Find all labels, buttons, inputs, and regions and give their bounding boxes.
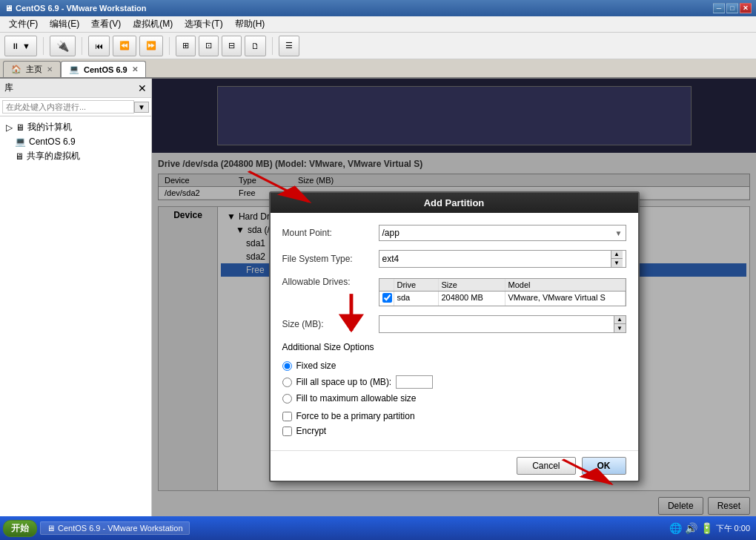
col-drive-header: Drive (394, 279, 439, 291)
menu-vm[interactable]: 虚拟机(M) (127, 16, 179, 32)
toolbar-separator-3 (169, 37, 170, 55)
sidebar-tree: ▷ 🖥 我的计算机 💻 CentOS 6.9 🖥 共享的虚拟机 (0, 116, 151, 540)
tray-power-icon[interactable]: 🔋 (700, 522, 713, 534)
encrypt-label: Encrypt (296, 426, 327, 436)
snapshot-button[interactable]: 🗋 (245, 36, 266, 56)
cancel-button[interactable]: Cancel (517, 457, 575, 475)
vm-display (152, 79, 756, 153)
sidebar-item-shared[interactable]: 🖥 共享的虚拟机 (0, 148, 151, 164)
toolbar: ⏸ ▼ 🔌 ⏮ ⏪ ⏩ ⊞ ⊡ ⊟ 🗋 ☰ (0, 33, 756, 59)
radio-fill-max-label: Fill to maximum allowable size (296, 393, 417, 404)
usb-button[interactable]: 🔌 (50, 36, 76, 56)
minimize-button[interactable]: ─ (713, 3, 725, 13)
encrypt-checkbox[interactable] (282, 427, 292, 436)
drive-name: sda (394, 292, 439, 306)
mount-point-row: Mount Point: /app ▼ (282, 225, 626, 241)
toolbar-separator (43, 37, 44, 55)
menu-edit[interactable]: 编辑(E) (44, 16, 85, 32)
additional-size-label: Additional Size Options (282, 342, 626, 352)
col-model-header: Model (505, 279, 626, 291)
centos-icon: 💻 (69, 65, 79, 74)
tray-network-icon[interactable]: 🌐 (669, 522, 682, 534)
drive-checkbox[interactable] (382, 293, 392, 303)
additional-size-section: Additional Size Options Fixed size Fill … (282, 342, 626, 438)
filesystem-value: ext4 (382, 254, 399, 264)
menu-button[interactable]: ☰ (279, 36, 299, 56)
clone-button[interactable]: ⊟ (222, 36, 242, 56)
menu-bar: 文件(F) 编辑(E) 查看(V) 虚拟机(M) 选项卡(T) 帮助(H) (0, 16, 756, 33)
size-row: Size (MB): 51200 ▲ ▼ (282, 315, 626, 333)
drives-table-row: sda 204800 MB VMware, VMware Virtual S (379, 292, 626, 306)
tray-clock: 下午 0:00 (716, 523, 750, 534)
maximize-button[interactable]: □ (726, 3, 738, 13)
sidebar-item-mycomputer[interactable]: ▷ 🖥 我的计算机 (0, 119, 151, 135)
primary-checkbox[interactable] (282, 412, 292, 421)
sidebar-item-centos[interactable]: 💻 CentOS 6.9 (0, 135, 151, 148)
filesystem-control: ext4 ▲ ▼ (379, 250, 626, 268)
close-button[interactable]: ✕ (740, 3, 752, 13)
pause-button[interactable]: ⏸ ▼ (4, 36, 37, 56)
allowable-drives-control: Drive Size Model sda (379, 277, 626, 306)
radio-fixed-input[interactable] (282, 361, 292, 371)
menu-help[interactable]: 帮助(H) (229, 16, 271, 32)
mount-point-select[interactable]: /app ▼ (379, 225, 626, 241)
sidebar: 库 ✕ ▼ ▷ 🖥 我的计算机 💻 CentOS 6.9 🖥 (0, 79, 152, 540)
radio-fill-up: Fill all space up to (MB): 1 (282, 373, 626, 391)
check-primary: Force to be a primary partition (282, 409, 626, 424)
mount-point-label: Mount Point: (282, 228, 379, 238)
taskbar: 开始 🖥 CentOS 6.9 - VMware Workstation 🌐 🔊… (0, 516, 756, 540)
toolbar-separator-2 (82, 37, 82, 55)
taskbar-items: 🖥 CentOS 6.9 - VMware Workstation (40, 521, 669, 535)
mount-point-value: /app (382, 228, 399, 238)
radio-fixed: Fixed size (282, 358, 626, 373)
tray-sound-icon[interactable]: 🔊 (685, 522, 697, 534)
search-button[interactable]: ▼ (134, 102, 149, 113)
ok-button[interactable]: OK (582, 457, 626, 475)
size-input[interactable]: 51200 (379, 316, 614, 332)
tab-home-label: 主页 (26, 64, 42, 75)
tab-centos-label: CentOS 6.9 (84, 65, 127, 74)
forward-button[interactable]: ⏩ (139, 36, 163, 56)
fill-up-value-input[interactable]: 1 (396, 375, 433, 389)
vm-screen[interactable] (217, 86, 692, 145)
window-title: CentOS 6.9 - VMware Workstation (16, 4, 713, 13)
menu-file[interactable]: 文件(F) (3, 16, 44, 32)
sidebar-search: ▼ (0, 98, 151, 116)
vm-icon: 💻 (15, 136, 26, 147)
radio-group: Fixed size Fill all space up to (MB): 1 (282, 355, 626, 409)
allowable-drives-row: Allowable Drives: Drive Size Model (282, 277, 626, 306)
tab-centos-close[interactable]: ✕ (132, 65, 138, 73)
size-up-button[interactable]: ▲ (614, 316, 626, 324)
menu-tab[interactable]: 选项卡(T) (179, 16, 228, 32)
size-down-button[interactable]: ▼ (614, 324, 626, 332)
start-button[interactable]: 开始 (3, 520, 37, 537)
check-encrypt: Encrypt (282, 424, 626, 438)
taskbar-item-vmware[interactable]: 🖥 CentOS 6.9 - VMware Workstation (40, 521, 190, 535)
radio-fill-up-input[interactable] (282, 378, 292, 387)
modal-body: Mount Point: /app ▼ File S (271, 213, 638, 450)
home-icon: 🏠 (11, 65, 21, 74)
sidebar-close-icon[interactable]: ✕ (138, 82, 147, 94)
modal-overlay: Add Partition Mount Point: /app ▼ (152, 153, 756, 521)
rewind-button[interactable]: ⏮ (88, 36, 110, 56)
filesystem-row: File System Type: ext4 ▲ ▼ (282, 250, 626, 268)
search-input[interactable] (2, 100, 134, 113)
drives-table: Drive Size Model sda (379, 278, 626, 306)
fullscreen-button[interactable]: ⊡ (199, 36, 219, 56)
mount-point-dropdown-icon: ▼ (615, 229, 623, 237)
toolbar-separator-4 (272, 37, 273, 55)
tab-home-close[interactable]: ✕ (47, 65, 53, 73)
play-button[interactable]: ⏪ (113, 36, 136, 56)
fit-screen-button[interactable]: ⊞ (176, 36, 196, 56)
menu-view[interactable]: 查看(V) (85, 16, 127, 32)
tab-centos[interactable]: 💻 CentOS 6.9 ✕ (61, 61, 146, 77)
filesystem-up-button[interactable]: ▲ (611, 251, 623, 259)
tab-bar: 🏠 主页 ✕ 💻 CentOS 6.9 ✕ (0, 59, 756, 79)
window-icon: 🖥 (4, 4, 13, 13)
filesystem-down-button[interactable]: ▼ (611, 259, 623, 267)
drives-table-header: Drive Size Model (379, 279, 626, 292)
radio-fill-up-label: Fill all space up to (MB): (296, 377, 392, 387)
tab-home[interactable]: 🏠 主页 ✕ (3, 61, 61, 77)
add-partition-modal: Add Partition Mount Point: /app ▼ (269, 191, 640, 482)
radio-fill-max-input[interactable] (282, 394, 292, 404)
